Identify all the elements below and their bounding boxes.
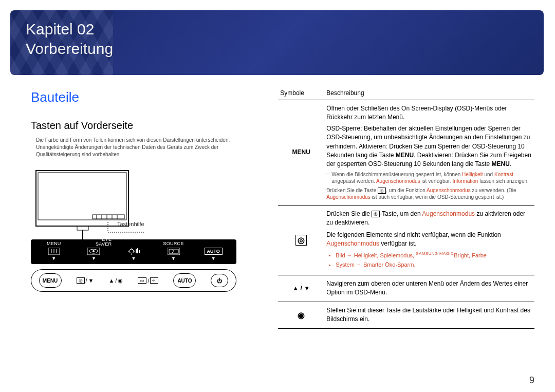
source-icon: ▭ — [138, 277, 146, 284]
desc-eyesaver: Drücken Sie die ◎-Taste, um den Augensch… — [324, 205, 534, 275]
svg-rect-26 — [137, 248, 138, 253]
auto-label-icon: AUTO — [195, 247, 231, 256]
table-row-eyesaver: ◎ Drücken Sie die ◎-Taste, um den Augens… — [278, 205, 534, 275]
chevron-down-icon: ▼ — [195, 256, 231, 261]
osd-auto-cell: AUTO ▼ — [195, 237, 231, 261]
symbol-dial: ◉ — [278, 302, 324, 328]
table-row-nav: ▲ / ▼ Navigieren zum oberen oder unteren… — [278, 275, 534, 302]
left-column: Bauteile Tasten auf Vorderseite Die Farb… — [31, 89, 257, 329]
right-column: Symbole Beschreibung MENU Öffnen oder Sc… — [278, 89, 534, 329]
eye-saver-icon: ◎ — [378, 188, 386, 194]
source-icon — [156, 247, 192, 256]
chapter-banner: Kapitel 02 Vorbereitung — [10, 10, 544, 75]
svg-rect-10 — [77, 226, 88, 230]
svg-point-20 — [130, 249, 134, 253]
disclaimer-note: Die Farbe und Form von Teilen können sic… — [31, 137, 257, 158]
osd-eyesaver-cell: EYE SAVER ▼ — [76, 237, 112, 261]
chapter-title: Vorbereitung — [26, 40, 113, 57]
chapter-heading: Kapitel 02 Vorbereitung — [26, 20, 528, 58]
brightness-icon — [116, 247, 152, 256]
symbol-eyesaver: ◎ — [278, 205, 324, 275]
chevron-down-icon: ▼ — [116, 256, 152, 261]
menu-button[interactable]: MENU — [39, 273, 62, 288]
svg-rect-2 — [92, 215, 124, 219]
arrow-up-icon: ▲ — [108, 277, 114, 284]
power-icon: ⏻ — [217, 278, 222, 284]
menu-note-2: Drücken Sie die Taste ◎, um die Funktion… — [326, 187, 532, 201]
page-number: 9 — [529, 375, 534, 386]
chapter-number: Kapitel 02 — [26, 21, 94, 38]
svg-rect-25 — [136, 249, 137, 253]
enter-icon: ↵ — [150, 277, 158, 284]
osd-menu-cell: MENU ▼ — [36, 237, 72, 261]
eye-icon — [76, 247, 112, 256]
osd-brightness-cell: ▼ — [116, 237, 152, 261]
chevron-down-icon: ▼ — [156, 256, 192, 261]
source-enter-button-pair[interactable]: ▭/↵ — [138, 277, 158, 284]
eye-down-button-pair[interactable]: ◎/▼ — [77, 277, 94, 284]
table-row-dial: ◉ Stellen Sie mit dieser Taste die Lauts… — [278, 302, 534, 328]
power-button[interactable]: ⏻ — [211, 274, 228, 287]
subsection-title: Tasten auf Vorderseite — [31, 120, 257, 132]
col-symbol: Symbole — [278, 89, 324, 100]
auto-button[interactable]: AUTO — [173, 273, 196, 288]
dial-icon: ◉ — [118, 277, 123, 284]
tastenhilfe-label: Tastenhilfe — [117, 219, 158, 228]
physical-button-row: MENU ◎/▼ ▲/◉ ▭/↵ AUTO ⏻ — [31, 269, 236, 292]
svg-rect-0 — [36, 171, 128, 226]
table-row-menu: MENU Öffnen oder Schließen des On Screen… — [278, 100, 534, 206]
arrow-down-icon: ▼ — [88, 277, 94, 284]
menu-bars-icon — [36, 247, 72, 256]
chevron-down-icon: ▼ — [76, 256, 112, 261]
col-description: Beschreibung — [324, 89, 534, 100]
monitor-illustration: Tastenhilfe MENU ▼ EYE SAVER — [31, 165, 257, 292]
eyesaver-bullets: Bild → Helligkeit, Spielemodus, SAMSUNG … — [326, 251, 532, 270]
desc-nav: Navigieren zum oberen oder unteren Menü … — [324, 275, 534, 302]
symbol-menu: MENU — [278, 100, 324, 206]
eye-saver-icon: ◎ — [372, 211, 380, 217]
eye-saver-icon: ◎ — [295, 235, 307, 246]
desc-menu: Öffnen oder Schließen des On Screen-Disp… — [324, 100, 534, 206]
chevron-down-icon: ▼ — [36, 256, 72, 261]
section-title: Bauteile — [31, 89, 257, 105]
symbol-table: Symbole Beschreibung MENU Öffnen oder Sc… — [278, 89, 534, 329]
svg-rect-27 — [139, 250, 140, 253]
svg-point-19 — [92, 250, 95, 252]
menu-note-1: Wenn die Bildschirmmenüsteuerung gesperr… — [326, 171, 532, 185]
page-content: Bauteile Tasten auf Vorderseite Die Farb… — [0, 75, 555, 329]
up-dial-button-pair[interactable]: ▲/◉ — [108, 277, 123, 284]
osd-source-cell: SOURCE ▼ — [156, 237, 192, 261]
desc-dial: Stellen Sie mit dieser Taste die Lautstä… — [324, 302, 534, 328]
svg-rect-29 — [169, 249, 178, 253]
svg-rect-1 — [38, 173, 126, 220]
eye-saver-icon: ◎ — [77, 277, 85, 284]
svg-rect-28 — [168, 248, 180, 255]
osd-help-bar: MENU ▼ EYE SAVER ▼ — [31, 239, 236, 264]
symbol-nav: ▲ / ▼ — [278, 275, 324, 302]
